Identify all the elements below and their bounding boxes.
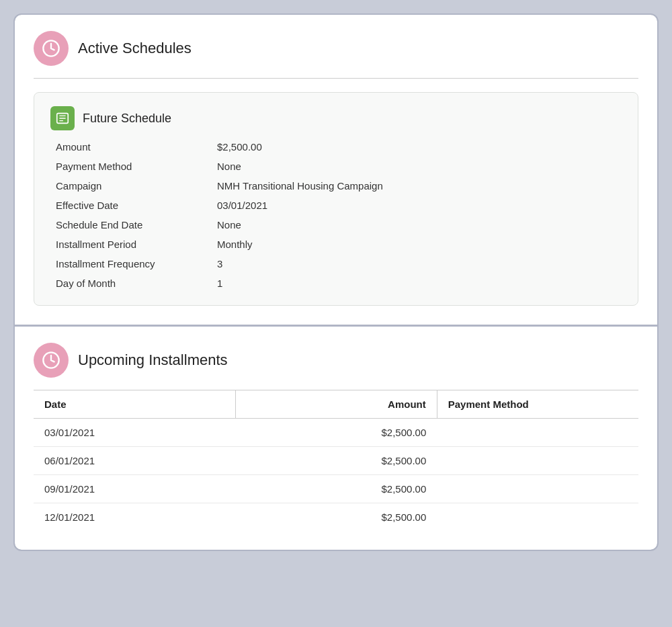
table-row: 03/01/2021$2,500.00 — [34, 419, 638, 447]
field-value-payment-method: None — [217, 161, 622, 172]
cell-amount: $2,500.00 — [235, 447, 437, 475]
table-header-row: Date Amount Payment Method — [34, 390, 638, 419]
field-label-day-of-month: Day of Month — [56, 278, 217, 289]
cell-amount: $2,500.00 — [235, 475, 437, 503]
field-label-installment-period: Installment Period — [56, 239, 217, 250]
table-row: 12/01/2021$2,500.00 — [34, 503, 638, 532]
field-value-schedule-end-date: None — [217, 219, 622, 231]
table-row: 09/01/2021$2,500.00 — [34, 475, 638, 503]
list-icon — [55, 111, 70, 126]
upcoming-installments-title: Upcoming Installments — [78, 351, 228, 369]
page-wrapper: Active Schedules Future Schedule Amount — [13, 13, 659, 551]
upcoming-installments-section: Upcoming Installments Date Amount Paymen… — [15, 325, 657, 550]
future-schedule-fields: Amount $2,500.00 Payment Method None Cam… — [50, 141, 622, 289]
future-schedule-title: Future Schedule — [83, 112, 171, 126]
active-schedules-section: Active Schedules Future Schedule Amount — [15, 15, 657, 325]
cell-payment-method — [437, 503, 638, 532]
th-amount: Amount — [235, 390, 437, 419]
cell-amount: $2,500.00 — [235, 503, 437, 532]
installments-table: Date Amount Payment Method 03/01/2021$2,… — [34, 390, 638, 531]
th-payment-method: Payment Method — [437, 390, 638, 419]
cell-date: 12/01/2021 — [34, 503, 235, 532]
cell-payment-method — [437, 447, 638, 475]
upcoming-installments-header: Upcoming Installments — [34, 343, 638, 378]
cell-date: 06/01/2021 — [34, 447, 235, 475]
cell-amount: $2,500.00 — [235, 419, 437, 447]
table-row: 06/01/2021$2,500.00 — [34, 447, 638, 475]
field-value-campaign: NMH Transitional Housing Campaign — [217, 180, 622, 192]
cell-date: 09/01/2021 — [34, 475, 235, 503]
field-value-installment-period: Monthly — [217, 239, 622, 250]
section-divider — [34, 78, 638, 79]
field-value-day-of-month: 1 — [217, 278, 622, 289]
field-label-campaign: Campaign — [56, 180, 217, 192]
field-value-effective-date: 03/01/2021 — [217, 200, 622, 211]
field-label-installment-frequency: Installment Frequency — [56, 258, 217, 269]
field-label-schedule-end-date: Schedule End Date — [56, 219, 217, 231]
active-schedules-title: Active Schedules — [78, 40, 192, 57]
card-header: Future Schedule — [50, 106, 622, 130]
upcoming-installments-icon — [34, 343, 69, 378]
clock-icon — [42, 39, 60, 58]
field-value-installment-frequency: 3 — [217, 258, 622, 269]
active-schedules-icon — [34, 31, 69, 66]
card-icon — [50, 106, 75, 130]
active-schedules-header: Active Schedules — [34, 31, 638, 66]
field-value-amount: $2,500.00 — [217, 141, 622, 153]
cell-date: 03/01/2021 — [34, 419, 235, 447]
cell-payment-method — [437, 419, 638, 447]
field-label-payment-method: Payment Method — [56, 161, 217, 172]
field-label-effective-date: Effective Date — [56, 200, 217, 211]
cell-payment-method — [437, 475, 638, 503]
field-label-amount: Amount — [56, 141, 217, 153]
future-schedule-card: Future Schedule Amount $2,500.00 Payment… — [34, 92, 638, 306]
upcoming-clock-icon — [42, 351, 60, 370]
th-date: Date — [34, 390, 235, 419]
